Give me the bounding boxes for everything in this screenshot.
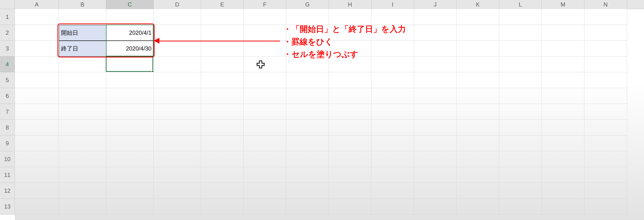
cell-H3[interactable] — [329, 41, 372, 56]
cell-J7[interactable] — [414, 104, 456, 120]
cell-K5[interactable] — [456, 72, 499, 88]
row-header-6[interactable]: 6 — [0, 88, 15, 104]
cell-B10[interactable] — [59, 151, 106, 167]
cell-B7[interactable] — [59, 104, 106, 120]
cell-E1[interactable] — [201, 9, 244, 25]
cell-D1[interactable] — [154, 9, 201, 25]
cell-I2[interactable] — [372, 25, 414, 41]
cell-J10[interactable] — [414, 151, 456, 167]
cell-A8[interactable] — [15, 120, 59, 136]
cell-E2[interactable] — [201, 25, 244, 41]
cell-C1[interactable] — [106, 9, 154, 25]
cell-E10[interactable] — [201, 151, 244, 167]
cell-N1[interactable] — [584, 9, 627, 25]
cell-B5[interactable] — [59, 72, 106, 88]
cell-M12[interactable] — [542, 183, 584, 199]
cell-C5[interactable] — [106, 72, 154, 88]
column-header-L[interactable]: L — [499, 0, 542, 9]
cell-D8[interactable] — [154, 120, 201, 136]
cell-B9[interactable] — [59, 136, 106, 151]
cell-H12[interactable] — [329, 183, 372, 199]
cell-M10[interactable] — [542, 151, 584, 167]
cell-H9[interactable] — [329, 136, 372, 151]
cell-F9[interactable] — [244, 136, 286, 151]
cell-L12[interactable] — [499, 183, 542, 199]
row-header-2[interactable]: 2 — [0, 25, 15, 41]
cell-F7[interactable] — [244, 104, 286, 120]
cell-B4[interactable] — [59, 56, 106, 72]
cell-G6[interactable] — [286, 88, 329, 104]
cell-K8[interactable] — [456, 120, 499, 136]
cell-E12[interactable] — [201, 183, 244, 199]
cell-C7[interactable] — [106, 104, 154, 120]
column-header-H[interactable]: H — [329, 0, 372, 9]
cell-K4[interactable] — [456, 56, 499, 72]
cell-E4[interactable] — [201, 56, 244, 72]
cell-B11[interactable] — [59, 167, 106, 183]
cell-B8[interactable] — [59, 120, 106, 136]
cell-A11[interactable] — [15, 167, 59, 183]
cell-N3[interactable] — [584, 41, 627, 56]
cell-J11[interactable] — [414, 167, 456, 183]
cell-N7[interactable] — [584, 104, 627, 120]
cell-C12[interactable] — [106, 183, 154, 199]
cell-D5[interactable] — [154, 72, 201, 88]
cell-B12[interactable] — [59, 183, 106, 199]
cell-D6[interactable] — [154, 88, 201, 104]
cell-H6[interactable] — [329, 88, 372, 104]
cell-F5[interactable] — [244, 72, 286, 88]
row-header-11[interactable]: 11 — [0, 167, 15, 183]
cell-H13[interactable] — [329, 199, 372, 214]
cell-L8[interactable] — [499, 120, 542, 136]
cell-N5[interactable] — [584, 72, 627, 88]
cell-C8[interactable] — [106, 120, 154, 136]
cell-C9[interactable] — [106, 136, 154, 151]
cell-I13[interactable] — [372, 199, 414, 214]
cell-E9[interactable] — [201, 136, 244, 151]
cell-D7[interactable] — [154, 104, 201, 120]
row-header-3[interactable]: 3 — [0, 41, 15, 56]
cell-B6[interactable] — [59, 88, 106, 104]
cell-F10[interactable] — [244, 151, 286, 167]
row-header-12[interactable]: 12 — [0, 183, 15, 199]
cell-M7[interactable] — [542, 104, 584, 120]
cell-E6[interactable] — [201, 88, 244, 104]
cell-J8[interactable] — [414, 120, 456, 136]
cell-E11[interactable] — [201, 167, 244, 183]
cell-N4[interactable] — [584, 56, 627, 72]
column-header-I[interactable]: I — [372, 0, 414, 9]
cell-I1[interactable] — [372, 9, 414, 25]
cell-J12[interactable] — [414, 183, 456, 199]
cell-N6[interactable] — [584, 88, 627, 104]
cell-K6[interactable] — [456, 88, 499, 104]
cell-G11[interactable] — [286, 167, 329, 183]
cell-L13[interactable] — [499, 199, 542, 214]
cell-H8[interactable] — [329, 120, 372, 136]
cell-D3[interactable] — [154, 41, 201, 56]
row-header-9[interactable]: 9 — [0, 136, 15, 151]
cell-G9[interactable] — [286, 136, 329, 151]
cell-A5[interactable] — [15, 72, 59, 88]
row-header-5[interactable]: 5 — [0, 72, 15, 88]
cell-M5[interactable] — [542, 72, 584, 88]
column-header-F[interactable]: F — [244, 0, 286, 9]
cell-K11[interactable] — [456, 167, 499, 183]
cell-G1[interactable] — [286, 9, 329, 25]
cell-F4[interactable] — [244, 56, 286, 72]
cell-D10[interactable] — [154, 151, 201, 167]
cell-H10[interactable] — [329, 151, 372, 167]
cell-A12[interactable] — [15, 183, 59, 199]
cell-E7[interactable] — [201, 104, 244, 120]
cell-D13[interactable] — [154, 199, 201, 214]
column-header-G[interactable]: G — [286, 0, 329, 9]
cell-C2[interactable]: 2020/4/1 — [106, 25, 154, 41]
column-header-K[interactable]: K — [456, 0, 499, 9]
column-header-B[interactable]: B — [59, 0, 106, 9]
cell-I9[interactable] — [372, 136, 414, 151]
row-header-13[interactable]: 13 — [0, 199, 15, 214]
cell-J13[interactable] — [414, 199, 456, 214]
cell-A4[interactable] — [15, 56, 59, 72]
cell-F1[interactable] — [244, 9, 286, 25]
cell-G13[interactable] — [286, 199, 329, 214]
row-header-1[interactable]: 1 — [0, 9, 15, 25]
